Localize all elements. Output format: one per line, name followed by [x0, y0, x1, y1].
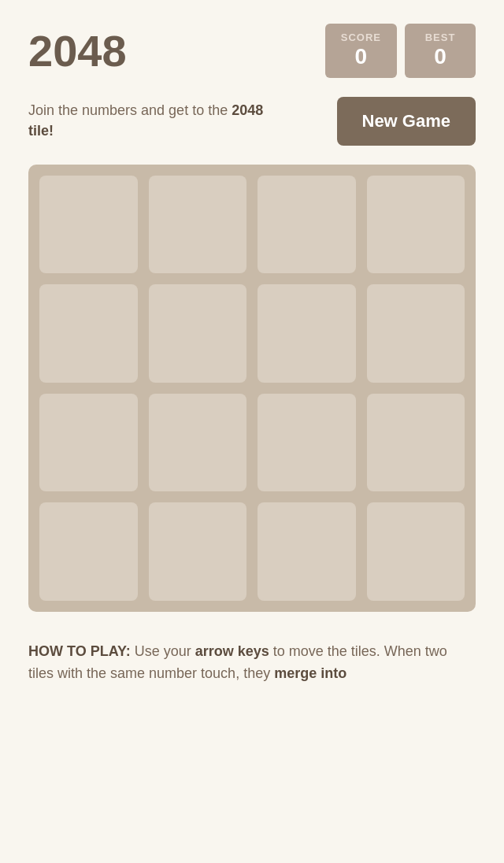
tile-2-0 [39, 394, 138, 492]
game-board-wrapper [0, 165, 504, 612]
description-text-1: Join the numbers and get to the [28, 102, 232, 118]
game-board [28, 165, 476, 612]
tile-2-2 [258, 394, 356, 492]
score-label: SCORE [341, 31, 381, 43]
score-container: SCORE 0 BEST 0 [325, 24, 476, 78]
tile-3-2 [258, 502, 356, 601]
how-to-play-text1: Use your [131, 643, 195, 659]
best-label: BEST [421, 31, 460, 43]
tile-3-1 [149, 502, 247, 601]
tile-3-0 [39, 502, 138, 601]
tile-1-3 [367, 284, 465, 383]
tile-1-0 [39, 284, 138, 383]
score-value: 0 [341, 43, 381, 70]
tile-0-1 [149, 176, 247, 274]
how-to-play-prefix: HOW TO PLAY: [28, 643, 131, 659]
header: 2048 SCORE 0 BEST 0 [0, 0, 504, 91]
tile-1-1 [149, 284, 247, 383]
tile-1-2 [258, 284, 356, 383]
game-description: Join the numbers and get to the 2048 til… [28, 101, 272, 140]
tile-3-3 [367, 502, 465, 601]
tile-0-0 [39, 176, 138, 274]
score-box: SCORE 0 [325, 24, 397, 78]
tile-0-3 [367, 176, 465, 274]
best-box: BEST 0 [405, 24, 476, 78]
tile-2-1 [149, 394, 247, 492]
game-title: 2048 [28, 25, 127, 76]
best-value: 0 [421, 43, 460, 70]
tile-2-3 [367, 394, 465, 492]
merge-into-highlight: merge into [274, 665, 346, 681]
arrow-keys-highlight: arrow keys [195, 643, 269, 659]
subheader: Join the numbers and get to the 2048 til… [0, 91, 504, 165]
new-game-button[interactable]: New Game [337, 97, 476, 146]
tile-0-2 [258, 176, 356, 274]
how-to-play: HOW TO PLAY: Use your arrow keys to move… [0, 612, 504, 702]
